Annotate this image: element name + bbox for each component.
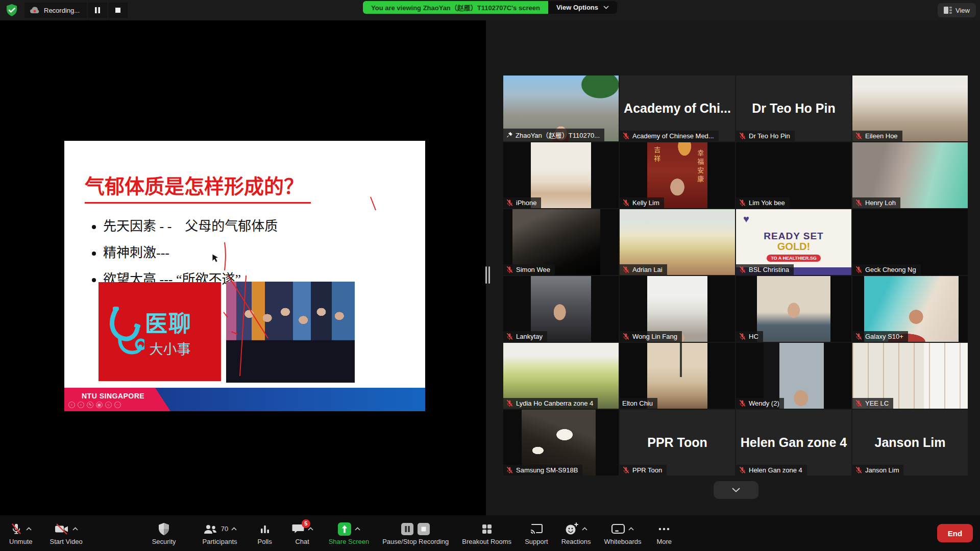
muted-mic-icon bbox=[622, 466, 630, 474]
participant-tile-yee[interactable]: YEE LC bbox=[852, 343, 968, 409]
participant-name-tag: Henry Loh bbox=[852, 197, 900, 208]
pause-recording-button[interactable] bbox=[88, 3, 107, 18]
more-tools-icon[interactable]: ⋯ bbox=[114, 402, 121, 408]
more-button[interactable]: More bbox=[655, 519, 673, 547]
participant-tile-henry[interactable]: Henry Loh bbox=[852, 142, 968, 208]
muted-mic-icon bbox=[739, 399, 746, 407]
pinned-icon bbox=[506, 131, 513, 139]
chevron-up-icon[interactable] bbox=[308, 527, 313, 531]
heart-logo-icon: ♥ bbox=[743, 213, 749, 225]
participant-tile-kelly[interactable]: 吉祥幸福安康Kelly Lim bbox=[620, 142, 735, 208]
participant-name: Janson Lim bbox=[865, 466, 899, 474]
participant-tile-limyokbee[interactable]: Lim Yok bee bbox=[736, 142, 851, 208]
muted-mic-icon bbox=[506, 333, 513, 340]
chevron-up-icon[interactable] bbox=[231, 527, 237, 531]
end-meeting-button[interactable]: End bbox=[937, 524, 973, 542]
unmute-button[interactable]: Unmute bbox=[8, 519, 34, 547]
participant-tile-lanky[interactable]: Lankytay bbox=[503, 276, 619, 342]
collapse-grid-button[interactable] bbox=[714, 481, 758, 499]
slide-next-icon[interactable]: › bbox=[78, 402, 84, 408]
participant-name-tag: Wong Lin Fang bbox=[620, 331, 682, 342]
chevron-up-icon[interactable] bbox=[582, 527, 587, 531]
chevron-up-icon[interactable] bbox=[72, 527, 78, 531]
participant-tile-lydia[interactable]: Lydia Ho Canberra zone 4 bbox=[503, 343, 619, 409]
breakout-rooms-button[interactable]: Breakout Rooms bbox=[461, 519, 512, 547]
view-options-dropdown[interactable]: View Options bbox=[548, 1, 617, 14]
stop-recording-button[interactable] bbox=[108, 3, 128, 18]
start-video-button[interactable]: Start Video bbox=[49, 519, 84, 547]
participant-tile-wendy[interactable]: Wendy (2) bbox=[736, 343, 851, 409]
view-button[interactable]: View bbox=[938, 3, 976, 17]
participant-tile-geck[interactable]: Geck Cheong Ng bbox=[852, 209, 968, 275]
participant-tile-academy[interactable]: Academy of Chi...Academy of Chinese Med.… bbox=[620, 76, 735, 141]
participant-name: ZhaoYan（赵雁）T110270... bbox=[516, 130, 600, 140]
participant-tile-adrian[interactable]: Adrian Lai bbox=[620, 209, 735, 275]
participant-tile-helengan[interactable]: Helen Gan zone 4Helen Gan zone 4 bbox=[736, 410, 851, 475]
poster-line1: READY SET bbox=[736, 231, 851, 242]
participant-name-tag: Lim Yok bee bbox=[736, 197, 790, 208]
participant-name: Simon Wee bbox=[516, 266, 550, 273]
participant-name-tag: iPhone bbox=[503, 197, 541, 208]
security-button[interactable]: Security bbox=[151, 519, 177, 547]
participant-tile-hc[interactable]: HC bbox=[736, 276, 851, 342]
viewing-banner-text: You are viewing ZhaoYan（赵雁）T1102707C's s… bbox=[363, 1, 548, 14]
muted-mic-icon bbox=[506, 399, 513, 407]
panel-resize-handle[interactable] bbox=[485, 266, 490, 284]
participant-tile-samsung[interactable]: Samsung SM-S918B bbox=[503, 410, 619, 475]
participant-name-tag: ZhaoYan（赵雁）T110270... bbox=[503, 129, 604, 141]
muted-mic-icon bbox=[855, 199, 863, 207]
chevron-up-icon[interactable] bbox=[26, 527, 32, 531]
muted-mic-icon bbox=[506, 199, 513, 207]
chat-unread-badge: 5 bbox=[302, 519, 310, 528]
participant-tile-pprtoon[interactable]: PPR ToonPPR Toon bbox=[620, 410, 735, 475]
chevron-up-icon[interactable] bbox=[628, 527, 634, 531]
participant-tile-zhaoyan[interactable]: ZhaoYan（赵雁）T110270... bbox=[503, 76, 619, 141]
toolbar-item-label: Share Screen bbox=[329, 538, 370, 545]
breakout-rooms-icon bbox=[481, 523, 493, 535]
participant-name-tag: YEE LC bbox=[852, 398, 893, 409]
viewing-banner: You are viewing ZhaoYan（赵雁）T1102707C's s… bbox=[363, 1, 617, 14]
zoom-tool-icon[interactable]: ○ bbox=[105, 402, 112, 408]
participant-tile-galaxy[interactable]: Galaxy S10+ bbox=[852, 276, 968, 342]
chevron-up-icon[interactable] bbox=[355, 527, 360, 531]
support-button[interactable]: Support bbox=[524, 519, 549, 547]
decorative-calligraphy: 吉祥 bbox=[652, 146, 662, 164]
participant-name-tag: Academy of Chinese Med... bbox=[620, 131, 719, 141]
participant-tile-bsl[interactable]: ♥READY SETGOLD!TO A HEALTHIER.SGBSL Chri… bbox=[736, 209, 851, 275]
slide-nav-controls[interactable]: ‹ › ✎ ▣ ○ ⋯ bbox=[68, 402, 121, 408]
muted-mic-icon bbox=[622, 132, 630, 140]
participant-name: BSL Christina bbox=[749, 266, 789, 273]
participant-tile-simon[interactable]: Simon Wee bbox=[503, 209, 619, 275]
participant-name: Adrian Lai bbox=[632, 266, 663, 273]
muted-mic-icon bbox=[622, 199, 630, 207]
logo-text-line2: 大小事 bbox=[150, 338, 191, 358]
participant-name: iPhone bbox=[516, 199, 536, 207]
participant-tile-wong[interactable]: Wong Lin Fang bbox=[620, 276, 735, 342]
camera-muted-icon bbox=[54, 523, 69, 535]
pen-tool-icon[interactable]: ✎ bbox=[87, 402, 93, 408]
stethoscope-icon bbox=[109, 306, 144, 362]
reactions-button[interactable]: Reactions bbox=[560, 519, 592, 547]
participant-tile-eileen[interactable]: Eileen Hoe bbox=[852, 76, 968, 141]
participant-name-tag: Wendy (2) bbox=[736, 398, 784, 409]
participant-tile-jansonlim[interactable]: Janson LimJanson Lim bbox=[852, 410, 968, 475]
toolbar-item-label: Breakout Rooms bbox=[462, 538, 511, 545]
participant-tile-iphone[interactable]: iPhone bbox=[503, 142, 619, 208]
recording-label: Recording... bbox=[44, 7, 80, 14]
participant-tile-elton[interactable]: Elton Chiu bbox=[620, 343, 735, 409]
muted-mic-icon bbox=[855, 132, 863, 140]
participant-name-tag: Dr Teo Ho Pin bbox=[736, 131, 795, 141]
toolbar-item-label: Whiteboards bbox=[604, 538, 641, 545]
slides-overview-icon[interactable]: ▣ bbox=[96, 402, 103, 408]
pause-stop-recording-button[interactable]: Pause/Stop Recording bbox=[381, 519, 450, 547]
participant-name-tag: Galaxy S10+ bbox=[852, 331, 908, 342]
participant-tile-drteo[interactable]: Dr Teo Ho PinDr Teo Ho Pin bbox=[736, 76, 851, 141]
participant-name: Samsung SM-S918B bbox=[516, 466, 578, 474]
participants-button[interactable]: 70Participants bbox=[202, 519, 238, 547]
slide-prev-icon[interactable]: ‹ bbox=[68, 402, 75, 408]
share-screen-button[interactable]: Share Screen bbox=[328, 519, 371, 547]
polls-button[interactable]: Polls bbox=[257, 519, 273, 547]
whiteboards-button[interactable]: Whiteboards bbox=[603, 519, 642, 547]
muted-mic-icon bbox=[855, 466, 863, 474]
chat-button[interactable]: 5Chat bbox=[290, 519, 314, 547]
